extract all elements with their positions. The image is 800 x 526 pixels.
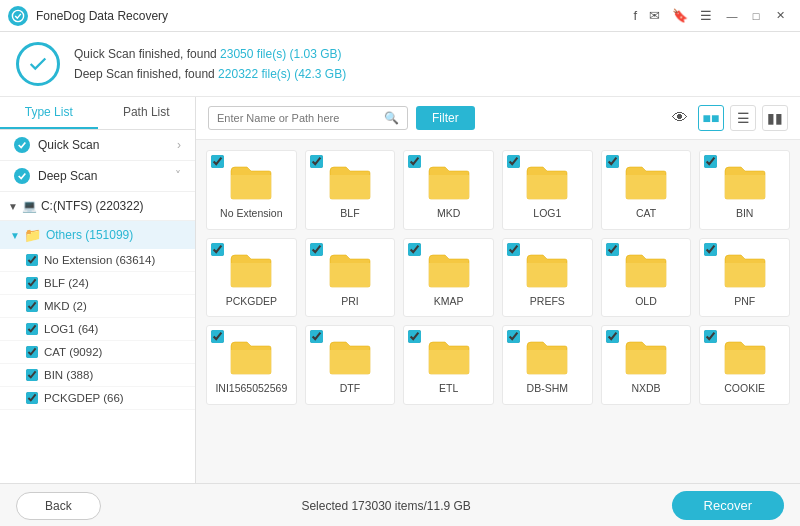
deep-scan-text: Deep Scan finished, found 220322 file(s)…: [74, 64, 346, 84]
quick-scan-check: [14, 137, 30, 153]
folder-icon: [525, 163, 569, 201]
grid-view-button[interactable]: ■■: [698, 105, 724, 131]
file-card[interactable]: PNF: [699, 238, 790, 318]
folder-group-label: Others (151099): [46, 228, 133, 242]
back-button[interactable]: Back: [16, 492, 101, 520]
file-card-name: INI1565052569: [215, 382, 287, 396]
list-item[interactable]: MKD (2): [0, 295, 195, 318]
deep-scan-check: [14, 168, 30, 184]
file-card-checkbox[interactable]: [310, 330, 323, 343]
folder-icon: [229, 163, 273, 201]
tab-path-list[interactable]: Path List: [98, 97, 196, 129]
file-card-checkbox[interactable]: [507, 155, 520, 168]
file-checkbox[interactable]: [26, 369, 38, 381]
file-card-checkbox[interactable]: [606, 155, 619, 168]
file-card-checkbox[interactable]: [211, 155, 224, 168]
file-checkbox[interactable]: [26, 323, 38, 335]
file-card[interactable]: ETL: [403, 325, 494, 405]
file-card-checkbox[interactable]: [310, 243, 323, 256]
list-item[interactable]: No Extension (63614): [0, 249, 195, 272]
list-item[interactable]: CAT (9092): [0, 341, 195, 364]
minimize-button[interactable]: —: [720, 6, 744, 26]
app-logo: [8, 6, 28, 26]
file-checkbox[interactable]: [26, 254, 38, 266]
folder-icon: [624, 251, 668, 289]
facebook-icon[interactable]: f: [633, 8, 637, 23]
close-button[interactable]: ✕: [768, 6, 792, 26]
file-card[interactable]: BIN: [699, 150, 790, 230]
file-card[interactable]: No Extension: [206, 150, 297, 230]
file-card[interactable]: OLD: [601, 238, 692, 318]
file-card[interactable]: CAT: [601, 150, 692, 230]
file-card[interactable]: LOG1: [502, 150, 593, 230]
file-checkbox[interactable]: [26, 277, 38, 289]
file-card-checkbox[interactable]: [704, 243, 717, 256]
list-item[interactable]: BIN (388): [0, 364, 195, 387]
file-card-checkbox[interactable]: [507, 330, 520, 343]
drive-item[interactable]: ▼ 💻 C:(NTFS) (220322): [0, 192, 195, 221]
message-icon[interactable]: ✉: [649, 8, 660, 23]
file-card[interactable]: BLF: [305, 150, 396, 230]
quick-scan-label: Quick Scan: [38, 138, 177, 152]
quick-scan-text: Quick Scan finished, found 23050 file(s)…: [74, 44, 346, 64]
list-item[interactable]: LOG1 (64): [0, 318, 195, 341]
deep-scan-count: 220322 file(s) (42.3 GB): [218, 67, 346, 81]
file-checkbox[interactable]: [26, 392, 38, 404]
file-card-checkbox[interactable]: [704, 155, 717, 168]
file-card-checkbox[interactable]: [408, 155, 421, 168]
file-checkbox[interactable]: [26, 300, 38, 312]
file-card-checkbox[interactable]: [310, 155, 323, 168]
eye-icon[interactable]: 👁: [672, 109, 688, 127]
file-card[interactable]: NXDB: [601, 325, 692, 405]
file-card[interactable]: PRI: [305, 238, 396, 318]
file-card[interactable]: DTF: [305, 325, 396, 405]
folder-icon: [229, 338, 273, 376]
file-card[interactable]: KMAP: [403, 238, 494, 318]
file-card-checkbox[interactable]: [704, 330, 717, 343]
quick-scan-count: 23050 file(s) (1.03 GB): [220, 47, 341, 61]
file-card-name: No Extension: [220, 207, 282, 221]
file-card[interactable]: PREFS: [502, 238, 593, 318]
detail-view-button[interactable]: ▮▮: [762, 105, 788, 131]
file-grid: No Extension BLF MKD: [196, 140, 800, 483]
file-card[interactable]: DB-SHM: [502, 325, 593, 405]
file-card[interactable]: PCKGDEP: [206, 238, 297, 318]
folder-icon: [723, 251, 767, 289]
file-card-checkbox[interactable]: [606, 243, 619, 256]
file-card-checkbox[interactable]: [211, 243, 224, 256]
file-card[interactable]: INI1565052569: [206, 325, 297, 405]
file-card-checkbox[interactable]: [211, 330, 224, 343]
search-box[interactable]: 🔍: [208, 106, 408, 130]
file-card[interactable]: COOKIE: [699, 325, 790, 405]
deep-scan-item[interactable]: Deep Scan ˅: [0, 161, 195, 192]
list-view-button[interactable]: ☰: [730, 105, 756, 131]
bookmark-icon[interactable]: 🔖: [672, 8, 688, 23]
tab-type-list[interactable]: Type List: [0, 97, 98, 129]
file-item-label: BIN (388): [44, 369, 93, 381]
file-card-checkbox[interactable]: [606, 330, 619, 343]
file-card-name: BIN: [736, 207, 754, 221]
drive-label: C:(NTFS) (220322): [41, 199, 144, 213]
scan-check-icon: [16, 42, 60, 86]
quick-scan-item[interactable]: Quick Scan ›: [0, 130, 195, 161]
folder-icon: [427, 338, 471, 376]
list-item[interactable]: PCKGDEP (66): [0, 387, 195, 410]
file-card-name: PREFS: [530, 295, 565, 309]
file-card-name: ETL: [439, 382, 458, 396]
menu-icon[interactable]: ☰: [700, 8, 712, 23]
filter-button[interactable]: Filter: [416, 106, 475, 130]
view-icons: 👁 ■■ ☰ ▮▮: [672, 105, 788, 131]
folder-group[interactable]: ▼ 📁 Others (151099): [0, 221, 195, 249]
file-checkbox[interactable]: [26, 346, 38, 358]
search-input[interactable]: [217, 112, 380, 124]
file-item-label: PCKGDEP (66): [44, 392, 124, 404]
search-icon: 🔍: [384, 111, 399, 125]
folder-icon: [723, 338, 767, 376]
file-card-checkbox[interactable]: [408, 330, 421, 343]
file-card[interactable]: MKD: [403, 150, 494, 230]
file-card-checkbox[interactable]: [408, 243, 421, 256]
maximize-button[interactable]: □: [744, 6, 768, 26]
list-item[interactable]: BLF (24): [0, 272, 195, 295]
recover-button[interactable]: Recover: [672, 491, 784, 520]
file-card-checkbox[interactable]: [507, 243, 520, 256]
